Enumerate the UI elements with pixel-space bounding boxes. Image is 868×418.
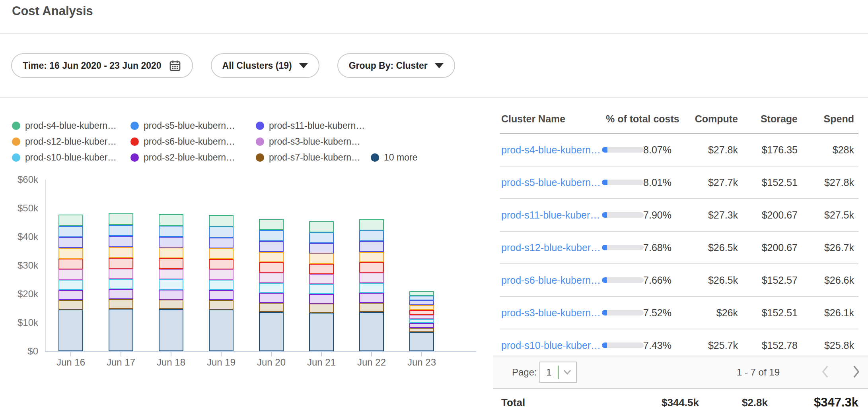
cluster-name-link[interactable]: prod-s12-blue-kuber… <box>501 242 601 254</box>
bar-segment <box>409 319 434 323</box>
bar-segment <box>259 241 284 252</box>
bar-segment <box>409 310 434 315</box>
legend-color-dot <box>12 122 20 130</box>
clusters-filter[interactable]: All Clusters (19) <box>211 53 319 78</box>
bar-segment <box>309 294 334 304</box>
x-axis-tick <box>271 352 272 356</box>
x-axis-tick-label: Jun 17 <box>93 357 149 368</box>
legend-item[interactable]: prod-s12-blue-kuber… <box>12 134 117 149</box>
compute-value: $27.8k <box>708 144 738 156</box>
y-axis-tick-label: $10k <box>0 317 38 328</box>
x-axis-tick <box>70 352 71 356</box>
y-axis-tick-label: $60k <box>0 174 38 185</box>
legend-item[interactable]: prod-s10-blue-kuber… <box>12 150 117 165</box>
legend-item[interactable]: prod-s7-blue-kubern… <box>256 150 360 165</box>
legend-item[interactable]: prod-s11-blue-kubern… <box>256 118 365 133</box>
legend-item-label: 10 more <box>384 152 417 163</box>
page-label: Page: <box>512 367 537 378</box>
compute-value: $27.3k <box>708 209 738 221</box>
cluster-name-link[interactable]: prod-s6-blue-kubern… <box>501 275 601 286</box>
next-page-chevron-icon[interactable] <box>851 365 861 380</box>
legend-item[interactable]: prod-s6-blue-kubern… <box>130 134 235 149</box>
pct-value: 8.01% <box>619 177 671 188</box>
legend-item[interactable]: 10 more <box>371 150 417 165</box>
bar-segment <box>58 248 83 259</box>
storage-value: $200.67 <box>762 242 798 254</box>
bar-segment <box>409 300 434 305</box>
pct-value: 7.52% <box>619 307 671 319</box>
bar-segment <box>209 248 234 259</box>
bar-segment <box>209 290 234 300</box>
x-axis-tick <box>421 352 422 356</box>
bar-segment <box>259 262 284 273</box>
spend-value: $26.7k <box>824 242 854 254</box>
bar-segment <box>209 259 234 269</box>
y-axis-tick-label: $30k <box>0 260 38 271</box>
bar-segment <box>58 280 83 290</box>
bar-segment <box>58 259 83 269</box>
cluster-name-link[interactable]: prod-s11-blue-kuber… <box>501 209 600 221</box>
bar-segment <box>109 279 133 289</box>
bar-segment <box>259 273 284 283</box>
group-by-filter[interactable]: Group By: Cluster <box>337 53 455 78</box>
bar-segment <box>259 312 284 351</box>
x-axis-tick-label: Jun 23 <box>394 357 450 368</box>
pct-value: 7.90% <box>619 209 671 221</box>
table-body: prod-s4-blue-kubern…8.07%$27.8k$176.35$2… <box>500 134 858 362</box>
legend-item[interactable]: prod-s2-blue-kubern… <box>130 150 235 165</box>
y-axis-line <box>45 180 46 351</box>
table-header: Cluster Name % of total costs Compute St… <box>500 104 858 134</box>
time-range-filter[interactable]: Time: 16 Jun 2020 - 23 Jun 2020 <box>11 53 193 78</box>
compute-value: $27.7k <box>708 177 738 188</box>
row-range-text: 1 - 7 of 19 <box>737 367 780 378</box>
bar-segment <box>209 238 234 248</box>
table-row: prod-s12-blue-kuber…7.68%$26.5k$200.67$2… <box>500 232 858 264</box>
cluster-name-link[interactable]: prod-s5-blue-kubern… <box>501 177 601 188</box>
legend-color-dot <box>371 153 379 162</box>
pct-value: 8.07% <box>619 144 671 156</box>
storage-value: $152.51 <box>762 307 798 319</box>
bar-segment <box>58 300 83 310</box>
select-chevron-down-icon <box>559 362 576 382</box>
legend-item-label: prod-s12-blue-kuber… <box>25 136 117 147</box>
x-axis-tick-label: Jun 22 <box>344 357 399 368</box>
bar-segment <box>109 269 133 279</box>
calendar-icon <box>169 59 181 72</box>
bar-segment <box>359 252 384 262</box>
legend-color-dot <box>256 137 264 146</box>
page-number-value: 1 <box>540 362 558 382</box>
bar-segment <box>309 304 334 313</box>
cluster-name-link[interactable]: prod-s10-blue-kuber… <box>501 340 601 351</box>
bar-segment <box>209 300 234 310</box>
legend-item[interactable]: prod-s3-blue-kubern… <box>256 134 360 149</box>
col-header-pct: % of total costs <box>606 113 679 124</box>
storage-value: $200.67 <box>762 209 798 221</box>
pct-value: 7.68% <box>619 242 671 254</box>
previous-page-chevron-icon[interactable] <box>821 365 830 380</box>
bar-segment <box>159 309 183 351</box>
legend-item[interactable]: prod-s4-blue-kubern… <box>12 118 117 133</box>
time-range-label: Time: 16 Jun 2020 - 23 Jun 2020 <box>23 60 162 71</box>
bar-segment <box>359 283 384 293</box>
legend-color-dot <box>130 122 139 130</box>
storage-value: $152.57 <box>762 275 798 286</box>
bar-segment <box>58 226 83 237</box>
legend-color-dot <box>12 137 20 146</box>
bar-segment <box>109 299 133 309</box>
bar-segment <box>259 230 284 241</box>
bar-segment <box>209 215 234 226</box>
bar-segment <box>409 296 434 300</box>
total-compute-value: $344.5k <box>662 397 699 409</box>
bar-segment <box>309 313 334 351</box>
pct-progress-fill <box>602 343 607 348</box>
bar-segment <box>359 241 384 252</box>
legend-item[interactable]: prod-s5-blue-kubern… <box>130 118 235 133</box>
bar-segment <box>109 236 133 247</box>
chevron-down-icon <box>435 63 444 68</box>
page-number-select[interactable]: 1 <box>539 362 577 383</box>
cluster-name-link[interactable]: prod-s4-blue-kubern… <box>501 144 601 156</box>
x-axis-tick-label: Jun 19 <box>193 357 249 368</box>
bar-segment <box>109 258 133 269</box>
cluster-name-link[interactable]: prod-s3-blue-kubern… <box>501 307 601 319</box>
bar-segment <box>309 243 334 254</box>
